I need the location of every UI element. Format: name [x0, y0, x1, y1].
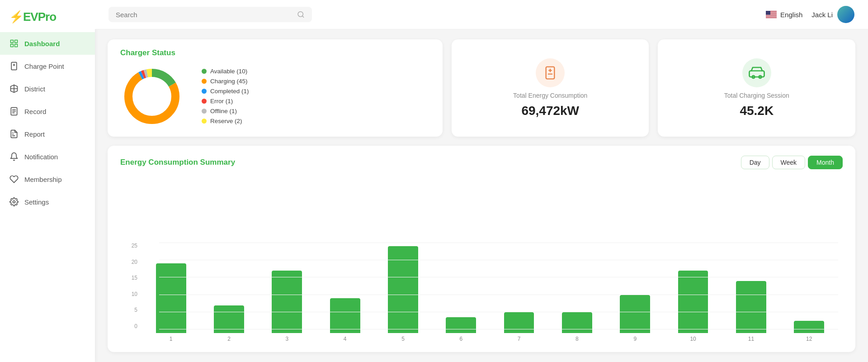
period-btn-day[interactable]: Day: [741, 156, 769, 169]
sidebar-item-dashboard[interactable]: Dashboard: [0, 32, 95, 55]
sidebar-label-membership: Membership: [24, 176, 62, 183]
avatar: [837, 6, 854, 23]
bar: [388, 246, 418, 333]
bar-col: 11: [722, 281, 780, 342]
header: English Jack Li: [95, 0, 868, 29]
bar: [562, 312, 592, 333]
sidebar-item-district[interactable]: District: [0, 77, 95, 100]
legend-dot: [202, 79, 207, 84]
bar: [678, 271, 708, 333]
session-card: Total Charging Session 45.2K: [658, 39, 855, 137]
legend-dot: [202, 69, 207, 74]
sidebar-item-charge-point[interactable]: Charge Point: [0, 55, 95, 77]
language-selector[interactable]: English: [766, 11, 802, 19]
svg-point-16: [13, 201, 15, 203]
bar-label: 1: [170, 336, 173, 342]
cards-row: Charger Status Available (10) Charging (…: [108, 39, 855, 137]
session-value: 45.2K: [740, 104, 774, 118]
bar-label: 5: [401, 336, 405, 342]
svg-rect-27: [546, 67, 555, 79]
username: Jack Li: [811, 11, 833, 19]
user-info[interactable]: Jack Li: [811, 6, 854, 23]
bar: [446, 317, 476, 333]
sidebar-label-notification: Notification: [24, 153, 58, 161]
y-axis-label: 15: [125, 275, 137, 281]
legend-dot: [202, 109, 207, 114]
period-buttons: DayWeekMonth: [741, 156, 843, 169]
period-btn-week[interactable]: Week: [772, 156, 806, 169]
sidebar-item-settings[interactable]: Settings: [0, 191, 95, 213]
bar: [156, 263, 186, 333]
car-icon: [749, 65, 765, 81]
legend-dot: [202, 119, 207, 124]
svg-rect-0: [11, 40, 14, 43]
bar: [736, 281, 766, 333]
header-right: English Jack Li: [766, 6, 854, 23]
battery-icon: [543, 66, 557, 80]
bar-label: 2: [227, 336, 231, 342]
session-label: Total Charging Session: [724, 92, 789, 99]
bar-label: 9: [633, 336, 637, 342]
membership-icon: [9, 174, 19, 184]
bar-col: 8: [548, 312, 606, 342]
content-area: Charger Status Available (10) Charging (…: [95, 29, 868, 362]
period-btn-month[interactable]: Month: [808, 156, 843, 169]
sidebar: ⚡EVPro Dashboard Charge Point District R…: [0, 0, 95, 362]
bar: [272, 271, 302, 333]
donut-svg: [120, 65, 184, 128]
energy-card: Total Energy Consumption 69,472kW: [452, 39, 649, 137]
logo-e: ⚡: [9, 10, 23, 24]
bar-col: 9: [606, 295, 664, 342]
svg-rect-31: [749, 71, 764, 77]
charger-status-inner: Charger Status Available (10) Charging (…: [120, 48, 430, 128]
bar: [620, 295, 650, 333]
sidebar-label-dashboard: Dashboard: [24, 40, 60, 48]
chart-header: Energy Consumption Summary DayWeekMonth: [120, 156, 843, 169]
svg-rect-26: [766, 11, 770, 15]
bar-label: 3: [285, 336, 288, 342]
legend-item: Offline (1): [202, 108, 249, 114]
bar-label: 8: [576, 336, 579, 342]
bar-label: 4: [344, 336, 347, 342]
flag-icon: [766, 11, 777, 18]
search-input[interactable]: [116, 11, 292, 19]
legend-item: Error (1): [202, 98, 249, 105]
svg-line-18: [302, 16, 304, 17]
bar-col: 5: [374, 246, 432, 342]
logo: ⚡EVPro: [0, 0, 95, 32]
legend-item: Charging (45): [202, 78, 249, 85]
record-icon: [9, 106, 19, 116]
sidebar-label-record: Record: [24, 108, 46, 115]
bar-col: 1: [142, 263, 200, 342]
svg-rect-23: [766, 15, 777, 15]
svg-rect-25: [766, 17, 777, 18]
report-icon: [9, 129, 19, 139]
district-icon: [9, 84, 19, 94]
svg-rect-24: [766, 16, 777, 16]
bar-label: 10: [690, 336, 696, 342]
bar: [794, 321, 824, 333]
charge-point-icon: [9, 61, 19, 71]
bar: [214, 305, 244, 333]
grid-line: [159, 260, 838, 260]
energy-icon-wrap: [536, 58, 565, 87]
grid-line: [159, 243, 838, 243]
energy-value: 69,472kW: [521, 104, 579, 118]
bar-col: 6: [432, 317, 490, 342]
svg-rect-3: [11, 44, 14, 47]
legend-item: Completed (1): [202, 88, 249, 95]
bar-col: 10: [664, 271, 722, 342]
charger-status-card: Charger Status Available (10) Charging (…: [108, 39, 443, 137]
sidebar-item-report[interactable]: Report: [0, 123, 95, 145]
settings-icon: [9, 197, 19, 207]
sidebar-item-record[interactable]: Record: [0, 100, 95, 123]
y-axis-label: 10: [125, 291, 137, 297]
sidebar-item-notification[interactable]: Notification: [0, 145, 95, 168]
search-bar[interactable]: [108, 7, 312, 22]
bar-label: 12: [806, 336, 812, 342]
bar-col: 3: [258, 271, 316, 342]
y-axis-label: 20: [125, 259, 137, 265]
bar-label: 11: [748, 336, 754, 342]
sidebar-item-membership[interactable]: Membership: [0, 168, 95, 191]
legend-label: Reserve (2): [210, 118, 242, 124]
